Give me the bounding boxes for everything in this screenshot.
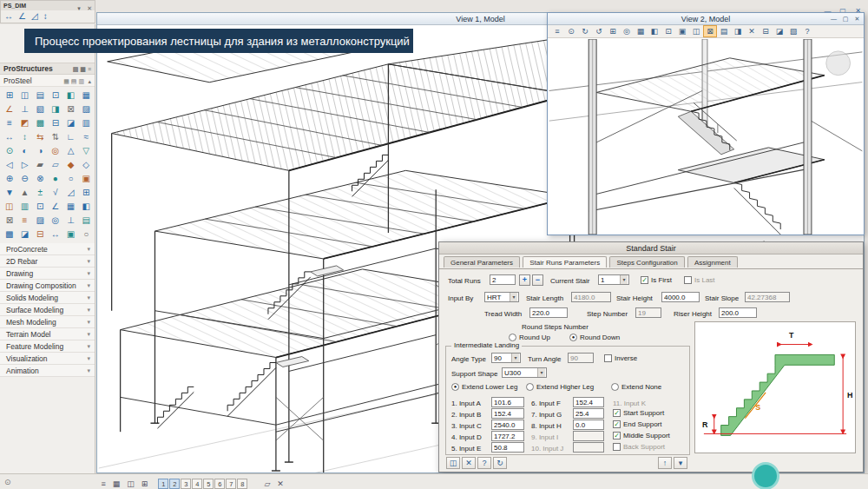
turn-angle-input[interactable]: [568, 353, 594, 363]
tool-icon[interactable]: ◪: [17, 228, 33, 241]
dialog-tool-button[interactable]: ◫: [446, 457, 460, 469]
view2-canvas[interactable]: [548, 39, 864, 235]
input-d-field[interactable]: [491, 431, 524, 441]
round-down-radio[interactable]: ● Round Down: [569, 334, 620, 341]
dialog-tool-button[interactable]: ↑: [658, 457, 672, 469]
view-tool-icon[interactable]: ⊠: [703, 25, 717, 37]
statusbar-icon[interactable]: ▦: [109, 479, 124, 488]
input-e-field[interactable]: [491, 442, 524, 453]
view-tool-icon[interactable]: ◧: [648, 25, 661, 37]
chevron-down-icon[interactable]: ▾: [77, 5, 81, 11]
tool-icon[interactable]: ⊟: [48, 116, 63, 130]
extend-lower-leg-radio[interactable]: ● Extend Lower Leg: [451, 383, 518, 391]
input-a-field[interactable]: [491, 397, 524, 407]
tool-icon[interactable]: ∠: [48, 200, 63, 214]
input-g-field[interactable]: [573, 408, 604, 419]
total-runs-input[interactable]: [490, 274, 516, 285]
tool-icon[interactable]: ○: [63, 172, 79, 186]
extend-higher-leg-radio[interactable]: Extend Higher Leg: [526, 383, 594, 391]
dimension-tool-icon[interactable]: ∠: [18, 11, 26, 21]
close-icon[interactable]: ✕: [852, 16, 862, 23]
view-toggle-button[interactable]: 6: [214, 479, 225, 489]
palette-view-icon[interactable]: ▦: [80, 66, 86, 72]
tool-icon[interactable]: ◑: [32, 144, 48, 158]
view-tool-icon[interactable]: ◨: [731, 25, 745, 37]
view-tool-icon[interactable]: ◎: [620, 25, 634, 37]
start-support-checkbox[interactable]: ✓ Start Support: [613, 409, 664, 417]
sidebar-item-terrain-model[interactable]: Terrain Model▾: [0, 328, 95, 340]
middle-support-checkbox[interactable]: ✓ Middle Support: [613, 432, 670, 439]
tool-icon[interactable]: ▽: [78, 144, 94, 158]
tool-icon[interactable]: ≡: [2, 116, 17, 130]
view2-titlebar[interactable]: View 2, Model — ▢ ✕: [548, 13, 864, 25]
tool-icon[interactable]: ▷: [17, 158, 33, 172]
tab-assignment[interactable]: Assignment: [687, 256, 738, 268]
view-tool-icon[interactable]: ◪: [773, 25, 786, 37]
tool-icon[interactable]: ⊡: [32, 200, 48, 214]
statusbar-icon[interactable]: ◫: [123, 479, 138, 488]
palette-view-icon[interactable]: ▤: [71, 78, 77, 84]
tool-icon[interactable]: ◨: [48, 102, 63, 116]
riser-height-input[interactable]: [719, 307, 757, 318]
view-cube[interactable]: [826, 51, 851, 76]
end-support-checkbox[interactable]: ✓ End Support: [613, 420, 661, 428]
tool-icon[interactable]: △: [63, 144, 79, 158]
dimension-tool-icon[interactable]: ◿: [31, 11, 38, 21]
palette-header-prostructures[interactable]: ProStructures ▤▦≡: [0, 63, 95, 75]
tool-icon[interactable]: ⊠: [63, 102, 79, 116]
tool-icon[interactable]: ▱: [48, 158, 63, 172]
tool-icon[interactable]: ⊥: [17, 102, 33, 116]
tool-icon[interactable]: ▰: [32, 158, 48, 172]
inverse-checkbox[interactable]: Inverse: [604, 354, 637, 362]
sidebar-item-visualization[interactable]: Visualization▾: [0, 353, 95, 365]
palette-view-icon[interactable]: ≡: [88, 66, 91, 72]
tool-icon[interactable]: ≈: [78, 130, 94, 144]
tool-icon[interactable]: ▩: [2, 228, 17, 241]
tool-icon[interactable]: ◎: [48, 144, 63, 158]
tool-icon[interactable]: ▥: [78, 116, 94, 130]
tool-icon[interactable]: ▥: [17, 200, 33, 214]
tab-stair-runs-parameters[interactable]: Stair Runs Parameters: [523, 256, 607, 268]
maximize-icon[interactable]: ▢: [840, 16, 850, 23]
dialog-tool-button[interactable]: ?: [477, 457, 491, 469]
tool-icon[interactable]: ○: [78, 228, 94, 241]
round-up-radio[interactable]: Round Up: [509, 334, 550, 341]
app-titlebar[interactable]: [0, 0, 868, 12]
view-tool-icon[interactable]: ≡: [550, 25, 564, 37]
tool-icon[interactable]: ▨: [78, 102, 94, 116]
statusbar-icon[interactable]: ⊞: [138, 479, 152, 488]
minimize-icon[interactable]: —: [829, 16, 838, 22]
tool-icon[interactable]: ◿: [63, 186, 79, 200]
tool-icon[interactable]: ∠: [2, 102, 17, 116]
view-tool-icon[interactable]: ⊟: [759, 25, 773, 37]
tool-icon[interactable]: ◩: [17, 116, 33, 130]
statusbar-icon[interactable]: ≡: [98, 479, 109, 488]
add-run-button[interactable]: +: [519, 274, 530, 286]
tool-icon[interactable]: ◪: [63, 116, 79, 130]
view-tool-icon[interactable]: ✕: [745, 25, 759, 37]
tool-icon[interactable]: ◐: [17, 144, 33, 158]
support-shape-select[interactable]: U300 ▾: [502, 367, 547, 378]
dimension-tool-icon[interactable]: ↕: [43, 11, 48, 21]
is-first-checkbox[interactable]: ✓ Is First: [641, 276, 672, 284]
tool-icon[interactable]: ▤: [78, 214, 94, 228]
view-tool-icon[interactable]: ⊙: [564, 25, 578, 37]
view-tool-icon[interactable]: ▤: [717, 25, 731, 37]
stair-length-input[interactable]: [571, 292, 611, 302]
tool-icon[interactable]: ⊗: [32, 172, 48, 186]
input-b-field[interactable]: [491, 408, 524, 419]
tab-general-parameters[interactable]: General Parameters: [444, 256, 520, 268]
sidebar-item-mesh-modeling[interactable]: Mesh Modeling▾: [0, 316, 95, 328]
stair-slope-input[interactable]: [745, 292, 790, 302]
tool-icon[interactable]: ▲: [17, 186, 33, 200]
tool-icon[interactable]: ◆: [63, 158, 79, 172]
tool-icon[interactable]: ⊖: [17, 172, 33, 186]
tool-icon[interactable]: ◫: [17, 89, 33, 102]
tool-icon[interactable]: ▣: [78, 172, 94, 186]
statusbar-icon[interactable]: ▱: [260, 479, 273, 488]
tool-icon[interactable]: ⊥: [63, 214, 79, 228]
tool-icon[interactable]: ⇆: [32, 130, 48, 144]
view-tool-icon[interactable]: ⊡: [661, 25, 675, 37]
tool-icon[interactable]: ↕: [17, 130, 33, 144]
input-j-field[interactable]: [573, 442, 604, 453]
